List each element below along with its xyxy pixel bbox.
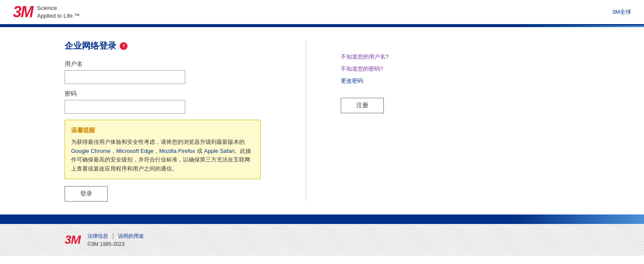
password-group: 密码 [65,90,271,114]
warning-title: 温馨提醒 [71,125,254,135]
change-password-link[interactable]: 更改密码 [341,77,389,85]
footer-separator: │ [112,233,115,239]
footer-content: 3M 法律信息 │ 说明的用途 ©3M 1995-2023 [0,224,644,256]
page-title: 企业网络登录 ? [65,40,271,52]
form-area: 企业网络登录 ? 用户名 密码 温馨提醒 为获得最佳用户体验和安全性考虑，请将您… [65,40,271,202]
legal-link[interactable]: 法律信息 [87,233,108,240]
password-input[interactable] [65,100,185,114]
edge-link[interactable]: Microsoft Edge [116,148,154,154]
username-label: 用户名 [65,60,271,68]
password-label: 密码 [65,90,271,98]
footer-logo: 3M [65,233,81,247]
chrome-link[interactable]: Google Chrome [71,148,111,154]
3m-logo: 3M [13,4,33,20]
header: 3M Science. Applied to Life.™ 3M全球 [0,0,644,25]
global-link[interactable]: 3M全球 [612,8,631,16]
username-group: 用户名 [65,60,271,84]
main-content: 企业网络登录 ? 用户名 密码 温馨提醒 为获得最佳用户体验和安全性考虑，请将您… [0,27,644,214]
warning-box: 温馨提醒 为获得最佳用户体验和安全性考虑，请将您的浏览器升级到最新版本的 Goo… [65,120,261,179]
footer-copyright: ©3M 1995-2023 [87,241,144,247]
logo-area: 3M Science. Applied to Life.™ [13,4,80,20]
usage-link[interactable]: 说明的用途 [118,233,144,240]
help-icon[interactable]: ? [120,42,128,50]
register-button[interactable]: 注册 [341,98,384,113]
login-button[interactable]: 登录 [65,186,108,202]
footer-text-block: 法律信息 │ 说明的用途 ©3M 1995-2023 [87,233,144,247]
safari-link[interactable]: Apple Safari [204,148,235,154]
vertical-divider [306,40,306,202]
username-input[interactable] [65,70,185,84]
firefox-link[interactable]: Mozilla Firefox [159,148,195,154]
forgot-password-link[interactable]: 不知道您的密码? [341,65,389,73]
footer-links: 法律信息 │ 说明的用途 [87,233,144,240]
footer-bar [0,214,644,224]
right-area: 不知道您的用户名? 不知道您的密码? 更改密码 注册 [341,40,389,202]
logo-tagline: Science. Applied to Life.™ [37,4,80,20]
forgot-username-link[interactable]: 不知道您的用户名? [341,53,389,61]
warning-text: 为获得最佳用户体验和安全性考虑，请将您的浏览器升级到最新版本的 Google C… [71,138,254,174]
